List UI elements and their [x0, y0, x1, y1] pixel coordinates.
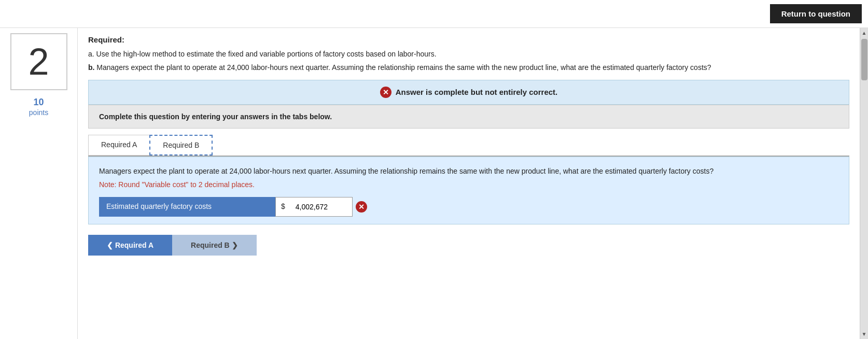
factory-costs-input[interactable]: [290, 197, 353, 217]
scrollbar-up-arrow[interactable]: ▲: [861, 29, 868, 37]
right-panel: Required: a. Use the high-low method to …: [78, 28, 860, 339]
status-text: Answer is complete but not entirely corr…: [396, 88, 558, 96]
complete-bar-text: Complete this question by entering your …: [99, 112, 332, 121]
question-number-box: 2: [10, 33, 67, 90]
complete-bar: Complete this question by entering your …: [88, 105, 849, 129]
answer-status-bar: ✕ Answer is complete but not entirely co…: [88, 80, 849, 105]
left-panel: 2 10 points: [0, 28, 78, 339]
tabs-container: Required A Required B: [88, 135, 849, 157]
tab-content: Managers expect the plant to operate at …: [88, 157, 849, 224]
nav-buttons: ❮ Required A Required B ❯: [88, 235, 849, 260]
instruction-part-b: b. Managers expect the plant to operate …: [88, 62, 849, 73]
input-row: Estimated quarterly factory costs $ ✕: [99, 197, 838, 217]
scrollbar-down-arrow[interactable]: ▼: [861, 330, 868, 338]
points-label: points: [29, 108, 48, 117]
instruction-part-a: a. Use the high-low method to estimate t…: [88, 48, 849, 60]
top-bar: Return to question: [0, 0, 868, 28]
required-label: Required:: [88, 35, 849, 44]
return-to-question-button[interactable]: Return to question: [770, 4, 862, 23]
part-b-letter: b.: [88, 63, 94, 72]
tab-required-a[interactable]: Required A: [88, 135, 150, 156]
tab-required-b[interactable]: Required B: [149, 135, 213, 156]
status-icon: ✕: [380, 87, 391, 98]
tab-description: Managers expect the plant to operate at …: [99, 165, 838, 177]
main-content: 2 10 points Required: a. Use the high-lo…: [0, 28, 868, 339]
prev-required-a-button[interactable]: ❮ Required A: [88, 235, 172, 256]
points-value: 10: [33, 96, 44, 108]
next-required-b-button[interactable]: Required B ❯: [172, 235, 257, 256]
question-number: 2: [28, 40, 49, 83]
currency-symbol: $: [275, 197, 290, 217]
scrollbar: ▲ ▼: [860, 28, 868, 339]
tab-note: Note: Round "Variable cost" to 2 decimal…: [99, 179, 838, 190]
scrollbar-thumb[interactable]: [861, 39, 867, 80]
clear-input-button[interactable]: ✕: [356, 201, 367, 213]
part-b-text: Managers expect the plant to operate at …: [94, 63, 711, 72]
input-label: Estimated quarterly factory costs: [99, 197, 275, 217]
instructions: a. Use the high-low method to estimate t…: [88, 48, 849, 74]
